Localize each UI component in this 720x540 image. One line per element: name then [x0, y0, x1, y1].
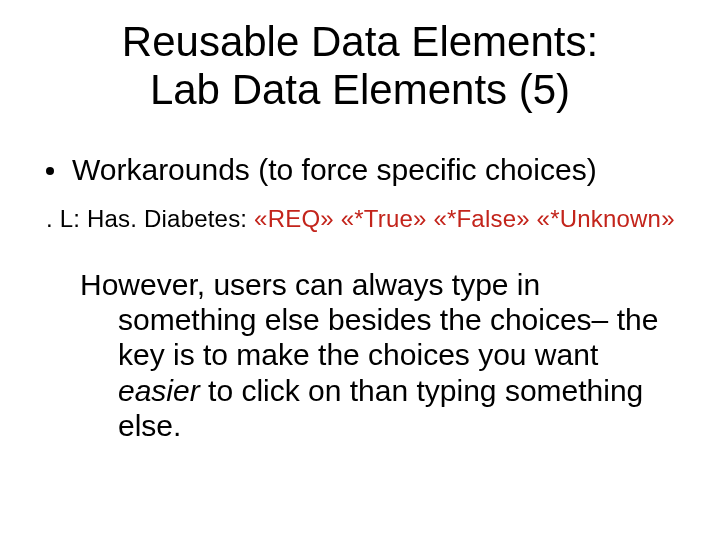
code-tokens: «REQ» «*True» «*False» «*Unknown» — [254, 205, 675, 232]
bullet-item-1: Workarounds (to force specific choices) — [46, 153, 680, 187]
para-lead: However, users can always type in someth… — [80, 268, 658, 372]
bullet-text: Workarounds (to force specific choices) — [72, 153, 597, 187]
slide: Reusable Data Elements: Lab Data Element… — [0, 0, 720, 540]
title-line-2: Lab Data Elements (5) — [150, 66, 570, 113]
bullet-dot-icon — [46, 167, 54, 175]
title-line-1: Reusable Data Elements: — [122, 18, 598, 65]
explanation-paragraph: However, users can always type in someth… — [46, 267, 674, 444]
para-italic: easier — [118, 374, 200, 407]
code-example-line: . L: Has. Diabetes: «REQ» «*True» «*Fals… — [46, 205, 680, 233]
slide-title: Reusable Data Elements: Lab Data Element… — [40, 18, 680, 115]
code-prefix: . L: Has. Diabetes: — [46, 205, 254, 232]
